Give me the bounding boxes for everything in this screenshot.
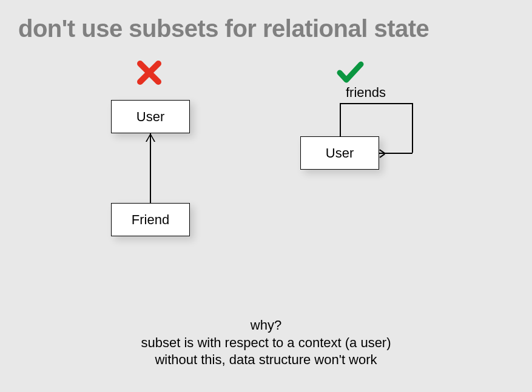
explanation-line: subset is with respect to a context (a u… [0,334,532,352]
explanation-line: without this, data structure won't work [0,351,532,369]
slide-title: don't use subsets for relational state [0,0,532,42]
x-icon [137,61,161,87]
diagram-area: User Friend friends User [0,42,532,285]
friends-relation-label: friends [346,85,386,101]
right-user-box: User [300,136,379,170]
self-loop-segment [340,103,412,104]
left-friend-box: Friend [111,203,190,236]
check-icon [337,61,364,87]
left-user-box: User [111,100,190,133]
self-loop-segment [340,103,341,137]
explanation-block: why? subset is with respect to a context… [0,317,532,369]
inheritance-line [150,133,151,203]
self-loop-segment [412,103,413,153]
explanation-line: why? [0,317,532,334]
